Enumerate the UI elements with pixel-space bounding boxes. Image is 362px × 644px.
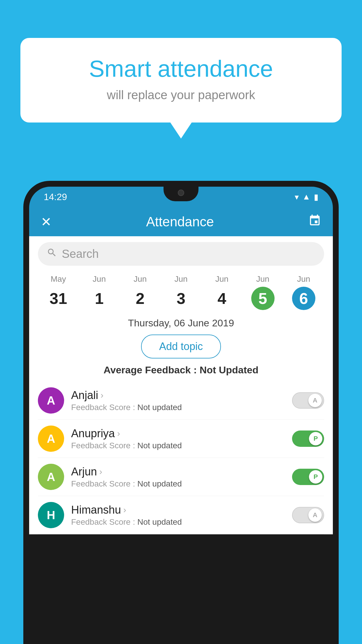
app-header: ✕ Attendance <box>29 207 333 236</box>
cal-date: 4 <box>210 287 233 310</box>
cal-date: 1 <box>87 287 111 310</box>
student-avatar: H <box>38 502 64 528</box>
cal-day-2[interactable]: Jun 2 <box>120 274 161 310</box>
feedback-value: Not updated <box>137 517 182 526</box>
bubble-subtitle: will replace your paperwork <box>44 88 318 102</box>
student-feedback: Feedback Score : Not updated <box>71 479 285 489</box>
student-feedback: Feedback Score : Not updated <box>71 441 285 450</box>
cal-date: 31 <box>47 287 70 310</box>
avg-feedback: Average Feedback : Not Updated <box>29 364 333 376</box>
attendance-toggle[interactable]: P <box>292 469 324 485</box>
cal-date: 5 <box>251 287 275 310</box>
student-name[interactable]: Arjun › <box>71 466 285 478</box>
cal-month: Jun <box>120 274 161 284</box>
header-title: Attendance <box>146 214 214 230</box>
cal-day-0[interactable]: May 31 <box>38 274 79 310</box>
chevron-right-icon: › <box>117 428 120 438</box>
attendance-toggle[interactable]: A <box>292 392 324 409</box>
student-info: Anupriya › Feedback Score : Not updated <box>71 427 285 450</box>
cal-date: 3 <box>169 287 193 310</box>
cal-month: Jun <box>242 274 283 284</box>
app-content: Search May 31 Jun 1 Jun 2 Jun 3 Jun 4 Ju… <box>29 236 333 534</box>
cal-month: Jun <box>161 274 201 284</box>
avg-feedback-label: Average Feedback : <box>103 364 197 375</box>
student-info: Himanshu › Feedback Score : Not updated <box>71 504 285 527</box>
student-name[interactable]: Himanshu › <box>71 504 285 516</box>
status-bar: 14:29 ▾ ▲ ▮ <box>29 187 333 207</box>
feedback-value: Not updated <box>137 403 182 412</box>
cal-day-5[interactable]: Jun 5 <box>242 274 283 310</box>
bubble-title: Smart attendance <box>44 55 318 82</box>
battery-icon: ▮ <box>314 192 318 202</box>
student-info: Arjun › Feedback Score : Not updated <box>71 466 285 489</box>
student-item: A Anupriya › Feedback Score : Not update… <box>38 420 324 458</box>
cal-month: May <box>38 274 79 284</box>
status-time: 14:29 <box>44 192 67 202</box>
signal-icon: ▲ <box>302 192 310 202</box>
student-name[interactable]: Anupriya › <box>71 427 285 440</box>
toggle-knob: P <box>309 432 322 445</box>
attendance-toggle[interactable]: P <box>292 430 324 447</box>
status-icons: ▾ ▲ ▮ <box>295 192 318 202</box>
cal-day-6[interactable]: Jun 6 <box>283 274 324 310</box>
student-list: A Anjali › Feedback Score : Not updated … <box>29 382 333 534</box>
add-topic-button[interactable]: Add topic <box>141 335 221 358</box>
cal-month: Jun <box>283 274 324 284</box>
calendar-strip: May 31 Jun 1 Jun 2 Jun 3 Jun 4 Jun 5 Jun… <box>29 272 333 310</box>
phone-frame: 14:29 ▾ ▲ ▮ ✕ Attendance <box>23 181 339 644</box>
calendar-icon[interactable] <box>308 214 321 230</box>
search-placeholder: Search <box>62 247 99 260</box>
student-item: A Arjun › Feedback Score : Not updated P <box>38 458 324 496</box>
speech-bubble: Smart attendance will replace your paper… <box>20 38 342 123</box>
student-avatar: A <box>38 464 64 490</box>
chevron-right-icon: › <box>101 390 103 400</box>
selected-date: Thursday, 06 June 2019 <box>29 310 333 332</box>
student-item: A Anjali › Feedback Score : Not updated … <box>38 382 324 420</box>
attendance-toggle[interactable]: A <box>292 507 324 523</box>
wifi-icon: ▾ <box>295 192 299 202</box>
cal-month: Jun <box>201 274 242 284</box>
student-feedback: Feedback Score : Not updated <box>71 403 285 412</box>
toggle-knob: A <box>308 508 322 522</box>
student-avatar: A <box>38 387 64 414</box>
feedback-value: Not updated <box>137 479 182 488</box>
speech-bubble-container: Smart attendance will replace your paper… <box>20 38 342 123</box>
phone-notch <box>164 187 198 201</box>
feedback-value: Not updated <box>137 441 182 450</box>
student-info: Anjali › Feedback Score : Not updated <box>71 389 285 412</box>
cal-date: 2 <box>129 287 152 310</box>
search-icon <box>47 247 57 260</box>
chevron-right-icon: › <box>99 467 102 477</box>
cal-day-4[interactable]: Jun 4 <box>201 274 242 310</box>
phone-inner: 14:29 ▾ ▲ ▮ ✕ Attendance <box>29 187 333 638</box>
cal-month: Jun <box>79 274 120 284</box>
cal-day-1[interactable]: Jun 1 <box>79 274 120 310</box>
toggle-knob: P <box>309 470 322 484</box>
student-feedback: Feedback Score : Not updated <box>71 517 285 527</box>
toggle-knob: A <box>308 394 322 407</box>
student-avatar: A <box>38 426 64 452</box>
close-button[interactable]: ✕ <box>41 214 52 229</box>
front-camera <box>178 190 184 196</box>
avg-feedback-value: Not Updated <box>200 364 259 375</box>
search-bar[interactable]: Search <box>38 242 324 266</box>
student-item: H Himanshu › Feedback Score : Not update… <box>38 496 324 534</box>
cal-date: 6 <box>292 287 315 310</box>
cal-day-3[interactable]: Jun 3 <box>161 274 201 310</box>
student-name[interactable]: Anjali › <box>71 389 285 402</box>
chevron-right-icon: › <box>123 505 126 515</box>
